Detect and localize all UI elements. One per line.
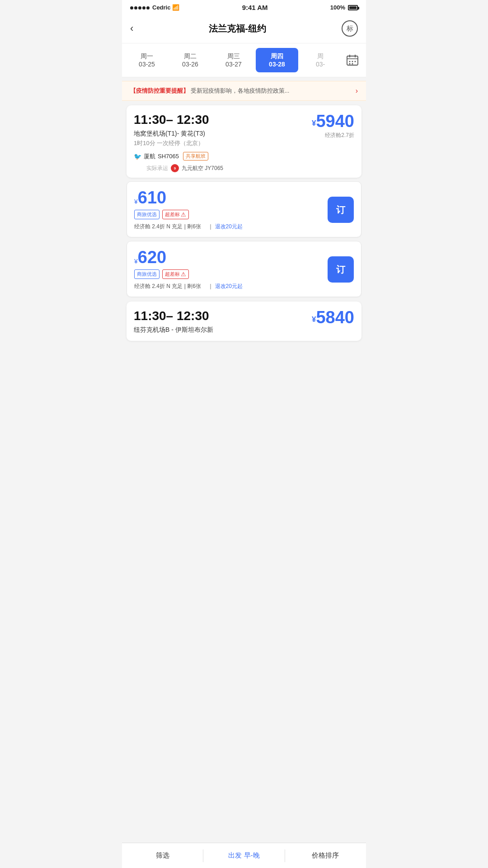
notice-highlight: 【疫情防控重要提醒】	[130, 87, 189, 94]
airline-row-1: 🐦 厦航 SH7065 共享航班	[134, 152, 223, 160]
date-tab-fri[interactable]: 周 03-	[299, 48, 342, 72]
notice-banner[interactable]: 【疫情防控重要提醒】 受新冠疫情影响，各地疫情防控政策... ›	[122, 81, 366, 101]
status-right: 100%	[330, 4, 358, 11]
sub-detail-1: 经济舱 2.4折 N 充足 | 剩6张 ｜ 退改20元起	[134, 223, 328, 231]
airline-code-1: SH7065	[158, 153, 179, 160]
flight-card-1: 11:30– 12:30 地窝堡机场(T1)- 黄花(T3) 1时10分 一次经…	[127, 105, 361, 178]
sub-price-left-2: ¥ 620 商旅优选 超差标 ⚠ 经济舱 2.4折 N 充足 | 剩6张 ｜ 退…	[134, 249, 328, 290]
flight-airlines-1: 🐦 厦航 SH7065 共享航班 实际承运 9 九元航空 JY7065	[134, 152, 312, 172]
refund-link-1[interactable]: 退改20元起	[215, 223, 243, 230]
date-tab-mon[interactable]: 周一 03-25	[126, 48, 168, 72]
signal-icon	[130, 4, 150, 11]
sub-tags-1: 商旅优选 超差标 ⚠	[134, 210, 328, 219]
svg-point-8	[352, 63, 353, 65]
back-button[interactable]: ‹	[130, 23, 133, 34]
flight-time-2: 11:30– 12:30	[134, 309, 312, 323]
carrier-name-1: 九元航空 JY7065	[182, 165, 223, 172]
carrier-label: Cedric	[152, 4, 170, 11]
date-tab-wed[interactable]: 周三 03-27	[212, 48, 255, 72]
page-title: 法兰克福-纽约	[209, 23, 266, 35]
notice-arrow: ›	[356, 87, 358, 95]
sub-price-card-1: ¥ 610 商旅优选 超差标 ⚠ 经济舱 2.4折 N 充足 | 剩6张 ｜ 退…	[127, 181, 361, 237]
price-num-1: 5940	[316, 113, 354, 130]
carrier-label-1: 实际承运	[146, 165, 168, 172]
date-tab-tue[interactable]: 周二 03-26	[169, 48, 211, 72]
wifi-icon: 📶	[172, 4, 179, 11]
flight-duration-1: 1时10分 一次经停（北京）	[134, 139, 312, 147]
flight-main-1: 11:30– 12:30 地窝堡机场(T1)- 黄花(T3) 1时10分 一次经…	[127, 105, 361, 178]
book-button-1[interactable]: 订	[328, 197, 354, 223]
sub-price-num-1: 610	[138, 189, 166, 206]
status-time: 9:41 AM	[242, 4, 268, 11]
sub-price-left-1: ¥ 610 商旅优选 超差标 ⚠ 经济舱 2.4折 N 充足 | 剩6张 ｜ 退…	[134, 189, 328, 231]
tag-over-standard-2: 超差标 ⚠	[162, 269, 189, 279]
svg-point-5	[352, 61, 353, 62]
calendar-button[interactable]	[343, 50, 362, 70]
tag-button[interactable]: 标	[342, 20, 358, 37]
battery-percent: 100%	[330, 4, 345, 11]
tag-business-travel-2: 商旅优选	[134, 269, 160, 279]
price-main-1: ¥ 5940	[312, 113, 354, 130]
sub-price-num-row-2: ¥ 620	[134, 249, 328, 266]
svg-point-4	[349, 61, 351, 62]
airline-logo-1: 🐦	[134, 153, 141, 160]
tag-business-travel-1: 商旅优选	[134, 210, 160, 219]
sub-price-num-row-1: ¥ 610	[134, 189, 328, 206]
shared-badge-1: 共享航班	[183, 152, 208, 160]
flight-route-2: 纽芬克机场B - 伊斯坦布尔新	[134, 326, 312, 334]
flight-info-2: 11:30– 12:30 纽芬克机场B - 伊斯坦布尔新	[134, 309, 312, 335]
sub-price-num-2: 620	[138, 249, 166, 266]
flight-route-1: 地窝堡机场(T1)- 黄花(T3)	[134, 130, 312, 138]
flight-card-2: 11:30– 12:30 纽芬克机场B - 伊斯坦布尔新 ¥ 5840	[127, 302, 361, 341]
flight-price-box-1: ¥ 5940 经济舱2.7折	[312, 113, 354, 139]
sub-detail-2: 经济舱 2.4折 N 充足 | 剩6张 ｜ 退改20元起	[134, 283, 328, 290]
sub-price-card-2: ¥ 620 商旅优选 超差标 ⚠ 经济舱 2.4折 N 充足 | 剩6张 ｜ 退…	[127, 241, 361, 297]
date-tab-thu[interactable]: 周四 03-28	[256, 48, 298, 72]
status-bar: Cedric 📶 9:41 AM 100%	[122, 0, 366, 14]
tag-over-standard-1: 超差标 ⚠	[162, 210, 189, 219]
flight-time-1: 11:30– 12:30	[134, 113, 312, 127]
svg-point-6	[355, 61, 356, 62]
flight-main-2: 11:30– 12:30 纽芬克机场B - 伊斯坦布尔新 ¥ 5840	[127, 302, 361, 341]
notice-body: 受新冠疫情影响，各地疫情防控政策...	[191, 87, 290, 94]
notice-text: 【疫情防控重要提醒】 受新冠疫情影响，各地疫情防控政策...	[130, 87, 356, 95]
refund-link-2[interactable]: 退改20元起	[215, 283, 243, 289]
sub-tags-2: 商旅优选 超差标 ⚠	[134, 269, 328, 279]
status-left: Cedric 📶	[130, 4, 179, 11]
flight-price-box-2: ¥ 5840	[312, 309, 354, 326]
battery-icon	[348, 5, 358, 10]
book-button-2[interactable]: 订	[328, 256, 354, 283]
price-label-1: 经济舱2.7折	[312, 132, 354, 139]
airline-name-1: 厦航	[144, 152, 155, 160]
price-main-2: ¥ 5840	[312, 309, 354, 326]
carrier-logo-1: 9	[171, 164, 179, 172]
flight-info-1: 11:30– 12:30 地窝堡机场(T1)- 黄花(T3) 1时10分 一次经…	[134, 113, 312, 172]
svg-point-7	[349, 63, 351, 65]
actual-carrier-1: 实际承运 9 九元航空 JY7065	[134, 164, 223, 172]
date-selector: 周一 03-25 周二 03-26 周三 03-27 周四 03-28 周 03…	[122, 43, 366, 77]
header: ‹ 法兰克福-纽约 标	[122, 14, 366, 43]
price-num-2: 5840	[316, 309, 354, 326]
